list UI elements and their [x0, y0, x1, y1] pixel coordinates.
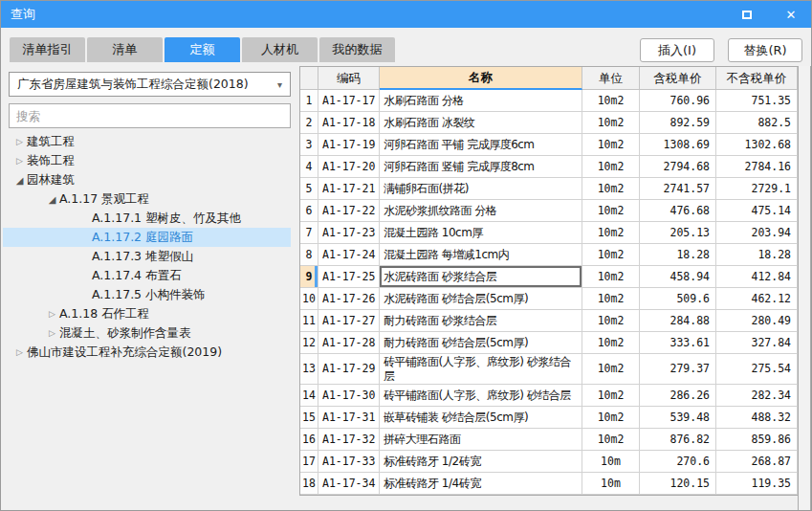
table-row[interactable]: 10A1-17-26水泥砖路面 砂结合层(5cm厚)10m2509.6462.1…: [300, 288, 798, 310]
quota-library-select[interactable]: 广东省房屋建筑与装饰工程综合定额(2018) ▾: [9, 72, 291, 97]
cell-code[interactable]: A1-17-23: [318, 222, 380, 244]
row-number-cell[interactable]: 16: [300, 429, 318, 451]
tree-item[interactable]: ▷混凝土、砂浆制作含量表: [3, 323, 291, 343]
column-header[interactable]: 不含税单价: [716, 67, 798, 90]
cell-name[interactable]: 河卵石路面 竖铺 完成厚度8cm: [380, 156, 582, 178]
cell-name[interactable]: 砖平铺路面(人字形、席纹形) 砂浆结合层: [380, 354, 582, 385]
row-number-cell[interactable]: 18: [300, 473, 318, 495]
table-row[interactable]: 11A1-17-27耐力砖路面 砂浆结合层10m2284.88280.49: [300, 310, 798, 332]
cell-name[interactable]: 耐力砖路面 砂浆结合层: [380, 310, 582, 332]
table-row[interactable]: 5A1-17-21满铺卵石面(拼花)10m22741.572729.1: [300, 178, 798, 200]
row-number-cell[interactable]: 7: [300, 222, 318, 244]
table-row[interactable]: 6A1-17-22水泥砂浆抓纹路面 分格10m2476.68475.14: [300, 200, 798, 222]
table-row[interactable]: 1A1-17-17水刷石路面 分格10m2760.96751.35: [300, 90, 798, 112]
cell-price-tax[interactable]: 286.26: [640, 385, 716, 407]
cell-unit[interactable]: 10m2: [582, 266, 640, 288]
cell-code[interactable]: A1-17-24: [318, 244, 380, 266]
cell-name[interactable]: 河卵石路面 平铺 完成厚度6cm: [380, 134, 582, 156]
tree-item[interactable]: ▷装饰工程: [3, 151, 291, 170]
cell-code[interactable]: A1-17-32: [318, 429, 380, 451]
row-number-cell[interactable]: 15: [300, 407, 318, 429]
expander-expanded-icon[interactable]: ◢: [45, 194, 59, 205]
cell-price-tax[interactable]: 18.28: [640, 244, 716, 266]
expander-expanded-icon[interactable]: ◢: [12, 175, 27, 186]
tree-item[interactable]: ▷建筑工程: [3, 132, 291, 151]
row-number-cell[interactable]: 8: [300, 244, 318, 266]
row-number-cell[interactable]: 4: [300, 156, 318, 178]
cell-unit[interactable]: 10m: [582, 473, 640, 495]
tab-listing-guide[interactable]: 清单指引: [10, 37, 85, 62]
row-number-cell[interactable]: 13: [300, 354, 318, 385]
cell-price-tax[interactable]: 760.96: [640, 90, 716, 112]
row-number-cell[interactable]: 12: [300, 332, 318, 354]
expander-collapsed-icon[interactable]: ▷: [12, 137, 27, 146]
cell-price-notax[interactable]: 751.35: [716, 90, 798, 112]
table-row[interactable]: 16A1-17-32拼碎大理石路面10m2876.82859.86: [300, 429, 798, 451]
table-row[interactable]: 13A1-17-29砖平铺路面(人字形、席纹形) 砂浆结合层10m2279.37…: [300, 354, 798, 385]
search-input[interactable]: [9, 103, 291, 128]
column-header[interactable]: 含税单价: [640, 67, 716, 90]
tab-my-data[interactable]: 我的数据: [319, 37, 395, 62]
cell-code[interactable]: A1-17-20: [318, 156, 380, 178]
cell-code[interactable]: A1-17-29: [318, 354, 380, 385]
tree-item[interactable]: A.1.17.5 小构件装饰: [3, 285, 291, 304]
cell-price-notax[interactable]: 18.28: [716, 244, 798, 266]
tree-item[interactable]: A.1.17.3 堆塑假山: [3, 247, 291, 266]
tab-listing[interactable]: 清单: [87, 37, 163, 62]
cell-unit[interactable]: 10m2: [582, 90, 640, 112]
cell-price-notax[interactable]: 859.86: [716, 429, 798, 451]
cell-price-notax[interactable]: 2784.16: [716, 156, 798, 178]
table-row[interactable]: 3A1-17-19河卵石路面 平铺 完成厚度6cm10m21308.691302…: [300, 134, 798, 156]
cell-price-tax[interactable]: 270.6: [640, 451, 716, 473]
row-number-cell[interactable]: 9: [300, 266, 318, 288]
tab-labor-material-machine[interactable]: 人材机: [242, 37, 318, 62]
cell-unit[interactable]: 10m2: [582, 354, 640, 385]
cell-price-notax[interactable]: 412.84: [716, 266, 798, 288]
cell-unit[interactable]: 10m: [582, 451, 640, 473]
cell-code[interactable]: A1-17-18: [318, 112, 380, 134]
cell-price-notax[interactable]: 275.54: [716, 354, 798, 385]
cell-unit[interactable]: 10m2: [582, 332, 640, 354]
cell-price-tax[interactable]: 2794.68: [640, 156, 716, 178]
row-number-cell[interactable]: 11: [300, 310, 318, 332]
cell-price-notax[interactable]: 488.32: [716, 407, 798, 429]
insert-button[interactable]: 插入(I): [640, 38, 714, 62]
cell-price-tax[interactable]: 205.13: [640, 222, 716, 244]
cell-name[interactable]: 水刷石路面 冰裂纹: [380, 112, 582, 134]
close-button[interactable]: ✕: [780, 4, 801, 25]
cell-name[interactable]: 拼碎大理石路面: [380, 429, 582, 451]
cell-price-notax[interactable]: 2729.1: [716, 178, 798, 200]
tree-item[interactable]: ◢A.1.17 景观工程: [3, 189, 291, 209]
table-row[interactable]: 9A1-17-25水泥砖路面 砂浆结合层10m2458.94412.84: [300, 266, 798, 288]
expander-collapsed-icon[interactable]: ▷: [45, 328, 59, 338]
row-number-cell[interactable]: 10: [300, 288, 318, 310]
cell-price-tax[interactable]: 476.68: [640, 200, 716, 222]
table-row[interactable]: 18A1-17-34标准砖路牙 1/4砖宽10m120.15119.35: [300, 473, 798, 495]
cell-price-tax[interactable]: 1308.69: [640, 134, 716, 156]
cell-code[interactable]: A1-17-26: [318, 288, 380, 310]
column-header[interactable]: 单位: [582, 67, 640, 90]
cell-price-notax[interactable]: 282.34: [716, 385, 798, 407]
maximize-button[interactable]: [736, 4, 757, 25]
cell-code[interactable]: A1-17-17: [318, 90, 380, 112]
table-scrollbar[interactable]: [798, 66, 811, 511]
cell-name[interactable]: 水泥砖路面 砂浆结合层: [380, 266, 582, 288]
cell-code[interactable]: A1-17-22: [318, 200, 380, 222]
table-row[interactable]: 4A1-17-20河卵石路面 竖铺 完成厚度8cm10m22794.682784…: [300, 156, 798, 178]
cell-unit[interactable]: 10m2: [582, 429, 640, 451]
cell-code[interactable]: A1-17-34: [318, 473, 380, 495]
expander-collapsed-icon[interactable]: ▷: [12, 156, 27, 166]
tree-item[interactable]: ◢园林建筑: [3, 170, 291, 189]
row-number-cell[interactable]: 6: [300, 200, 318, 222]
cell-unit[interactable]: 10m2: [582, 178, 640, 200]
table-row[interactable]: 15A1-17-31嵌草砖铺装 砂结合层(5cm厚)10m2539.48488.…: [300, 407, 798, 429]
cell-name[interactable]: 水泥砖路面 砂结合层(5cm厚): [380, 288, 582, 310]
cell-code[interactable]: A1-17-28: [318, 332, 380, 354]
cell-price-notax[interactable]: 268.87: [716, 451, 798, 473]
tree-item[interactable]: A.1.17.2 庭园路面: [3, 228, 291, 247]
cell-price-notax[interactable]: 327.84: [716, 332, 798, 354]
replace-button[interactable]: 替换(R): [728, 38, 802, 62]
table-row[interactable]: 12A1-17-28耐力砖路面 砂结合层(5cm厚)10m2333.61327.…: [300, 332, 798, 354]
cell-unit[interactable]: 10m2: [582, 407, 640, 429]
cell-price-tax[interactable]: 876.82: [640, 429, 716, 451]
